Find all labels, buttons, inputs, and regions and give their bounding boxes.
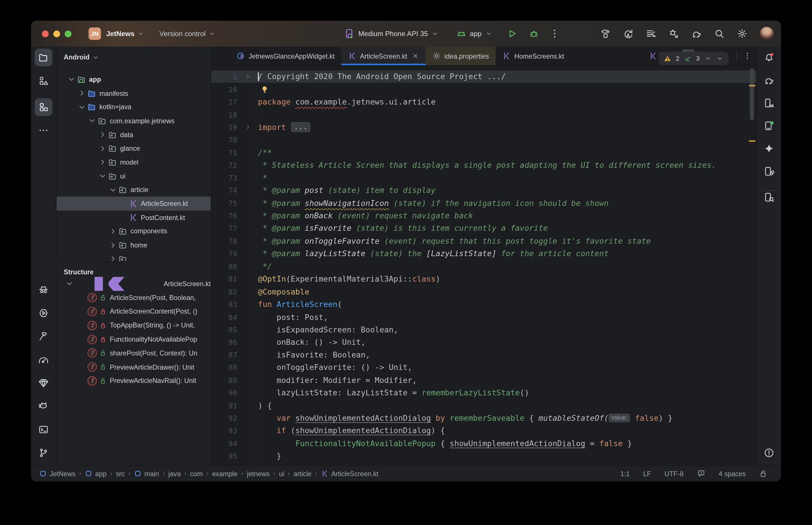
file-writable-icon[interactable]	[759, 469, 768, 478]
code-line-79[interactable]: 79 * @param lazyListState (state) the [L…	[211, 247, 756, 260]
breadcrumb-item-java[interactable]: java	[168, 469, 181, 477]
chevron-down-icon[interactable]	[88, 116, 97, 125]
tree-item-manifests[interactable]: manifests	[56, 86, 211, 100]
code-line-74[interactable]: 74 * @param post (state) item to display	[211, 184, 756, 197]
zoom-window-button[interactable]	[65, 30, 71, 37]
tree-item-model[interactable]: model	[56, 155, 211, 169]
editor-scrollbar[interactable]	[750, 69, 754, 120]
chevron-right-icon[interactable]	[77, 89, 86, 98]
resource-manager-button[interactable]	[35, 72, 52, 90]
code-editor[interactable]: 1/ Copyright 2020 The Android Open Sourc…	[211, 66, 756, 466]
code-line-93[interactable]: 93 if (showUnimplementedActionDialog) {	[211, 424, 756, 437]
breadcrumb-item-com[interactable]: com	[190, 469, 203, 477]
structure-item[interactable]: fArticleScreen(Post, Boolean,	[56, 291, 211, 305]
project-menu-chevron-icon[interactable]	[137, 30, 145, 37]
version-control-button[interactable]	[35, 444, 52, 462]
tree-item-articlescreen-kt[interactable]: ArticleScreen.kt	[56, 197, 211, 211]
chevron-down-icon[interactable]	[98, 171, 107, 180]
minimize-window-button[interactable]	[54, 30, 60, 37]
profiler-icon[interactable]	[646, 29, 656, 39]
terminal-button[interactable]	[35, 421, 52, 438]
search-icon[interactable]	[714, 29, 724, 39]
settings-icon[interactable]	[737, 29, 747, 39]
code-line-72[interactable]: 72 * Stateless Article Screen that displ…	[211, 159, 756, 171]
structure-item[interactable]: fFunctionalityNotAvailablePop	[56, 332, 211, 346]
code-line-90[interactable]: 90 lazyListState: LazyListState = rememb…	[211, 387, 756, 400]
code-line-86[interactable]: 86 onBack: () -> Unit,	[211, 336, 756, 348]
logcat-button[interactable]	[35, 397, 52, 415]
vcs-menu-chevron-icon[interactable]	[208, 30, 216, 37]
breadcrumb-item-jetnews[interactable]: jetnews	[247, 469, 270, 477]
caret-position[interactable]: 1:1	[620, 469, 630, 477]
warning-stripe-mark[interactable]	[749, 140, 755, 142]
device-explorer-button[interactable]	[760, 188, 778, 206]
structure-tool-button[interactable]	[35, 98, 52, 116]
warning-stripe-mark[interactable]	[749, 85, 755, 86]
code-line-94[interactable]: 94 FunctionalityNotAvailablePopup { show…	[211, 437, 756, 450]
tree-item[interactable]	[56, 252, 211, 261]
gradle-tool-button[interactable]	[760, 71, 778, 89]
tab-idea-properties[interactable]: idea.properties	[426, 46, 496, 65]
line-ending[interactable]: LF	[643, 469, 651, 477]
code-line-77[interactable]: 77 * @param isFavorite (state) is this i…	[211, 222, 756, 235]
file-encoding[interactable]: UTF-8	[664, 469, 683, 477]
structure-root[interactable]: ArticleScreen.kt	[56, 277, 211, 291]
tree-item-data[interactable]: data	[56, 127, 211, 141]
code-line-91[interactable]: 91) {	[211, 399, 756, 412]
code-line-18[interactable]: 18	[211, 108, 756, 121]
build-icon[interactable]	[600, 29, 610, 39]
device-selector-chevron-icon[interactable]	[431, 30, 439, 37]
code-line-70[interactable]: 70	[211, 134, 756, 146]
prev-problem-button[interactable]	[704, 55, 711, 62]
tree-item-ui[interactable]: ui	[56, 169, 211, 183]
profiler-tool-button[interactable]	[35, 351, 52, 369]
tree-item-article[interactable]: article	[56, 183, 211, 197]
tree-item-kotlin-java[interactable]: kotlin+java	[56, 100, 211, 114]
code-line-16[interactable]: 16	[211, 83, 756, 96]
breadcrumb-item-example[interactable]: example	[212, 469, 238, 477]
gradle-sync-icon[interactable]	[691, 29, 702, 39]
breadcrumb-item-jetnews[interactable]: JetNews	[39, 469, 75, 477]
app-inspection-button[interactable]	[35, 374, 52, 392]
project-name[interactable]: JetNews	[106, 30, 134, 38]
avatar[interactable]	[760, 27, 773, 41]
breadcrumb-item-ui[interactable]: ui	[279, 469, 284, 477]
structure-item[interactable]: fPreviewArticleNavRail(): Unit	[56, 374, 211, 388]
chevron-right-icon[interactable]	[108, 241, 118, 250]
code-line-76[interactable]: 76 * @param onBack (event) request navig…	[211, 209, 756, 222]
debug-button[interactable]	[529, 29, 539, 39]
code-line-85[interactable]: 85 isExpandedScreen: Boolean,	[211, 324, 756, 336]
tree-item-home[interactable]: home	[56, 238, 211, 252]
chevron-right-icon[interactable]	[98, 158, 107, 167]
breadcrumb-item-article[interactable]: article	[294, 469, 311, 477]
code-line-95[interactable]: 95 }	[211, 450, 756, 463]
code-line-78[interactable]: 78 * @param onToggleFavorite (event) req…	[211, 235, 756, 247]
vcs-menu[interactable]: Version control	[160, 30, 206, 38]
chevron-right-icon[interactable]	[108, 254, 118, 261]
inspection-highlight-icon[interactable]	[697, 469, 705, 478]
running-devices-button[interactable]	[760, 117, 778, 135]
code-line-89[interactable]: 89 modifier: Modifier = Modifier,	[211, 374, 756, 387]
attach-debugger-icon[interactable]	[669, 29, 679, 39]
next-problem-button[interactable]	[716, 55, 723, 62]
chevron-down-icon[interactable]	[108, 185, 118, 194]
tab-articlescreen-kt[interactable]: ArticleScreen.kt	[341, 46, 426, 65]
chevron-down-icon[interactable]	[65, 279, 74, 288]
tab-options-icon[interactable]	[743, 52, 752, 60]
run-config-chevron-icon[interactable]	[485, 30, 492, 37]
breadcrumb-item-src[interactable]: src	[116, 469, 125, 477]
more-actions-button[interactable]	[549, 29, 560, 39]
tree-item-postcontent-kt[interactable]: PostContent.kt	[56, 211, 211, 224]
chevron-right-icon[interactable]	[98, 144, 107, 153]
play-policy-insights-button[interactable]	[35, 304, 52, 322]
code-line-17[interactable]: 17package com.example.jetnews.ui.article	[211, 95, 756, 108]
run-configuration[interactable]: app	[470, 30, 482, 38]
code-line-81[interactable]: 81@OptIn(ExperimentalMaterial3Api::class…	[211, 273, 756, 285]
device-selector[interactable]: Medium Phone API 35	[358, 30, 428, 38]
app-quality-insights-button[interactable]	[35, 281, 52, 299]
inspections-widget[interactable]: 2 3	[659, 52, 729, 65]
project-tool-button[interactable]	[35, 48, 52, 66]
code-line-73[interactable]: 73 *	[211, 171, 756, 184]
breadcrumb-item-articlescreen-kt[interactable]: ArticleScreen.kt	[321, 469, 378, 477]
tree-item-components[interactable]: components	[56, 224, 211, 238]
